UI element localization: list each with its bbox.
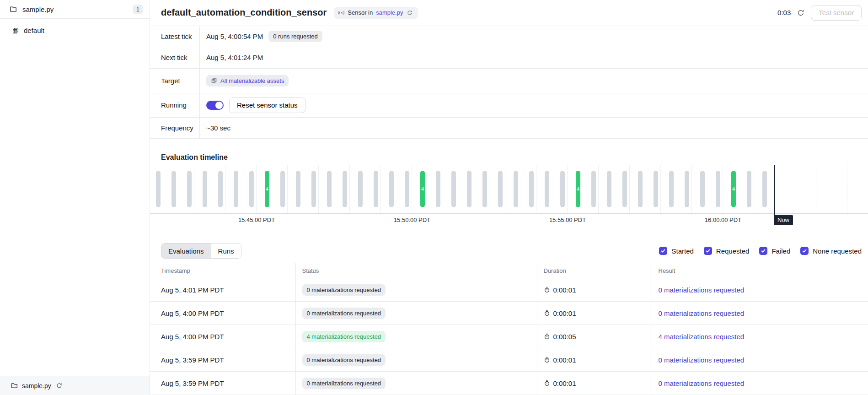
tick-bar[interactable] bbox=[249, 171, 254, 207]
detail-label: Running bbox=[150, 93, 200, 117]
timeline-gridline bbox=[474, 165, 474, 213]
reset-sensor-status-button[interactable]: Reset sensor status bbox=[229, 97, 305, 113]
tick-bar[interactable] bbox=[311, 171, 316, 207]
table-row: Aug 5, 3:59 PM PDT 0 materializations re… bbox=[150, 348, 868, 372]
tick-bar-requested[interactable]: 4 bbox=[265, 171, 269, 207]
tick-bar[interactable] bbox=[358, 171, 363, 207]
refresh-countdown: 0:03 bbox=[777, 9, 791, 16]
sidebar-item-sample-py[interactable]: sample.py 1 bbox=[0, 0, 150, 19]
axis-tick-label: 15:50:00 PDT bbox=[394, 216, 430, 223]
tick-bar[interactable] bbox=[389, 171, 394, 207]
result-link[interactable]: 0 materializations requested bbox=[659, 356, 745, 364]
tick-bar[interactable] bbox=[451, 171, 456, 207]
filter-requested[interactable]: Requested bbox=[704, 247, 750, 255]
checkbox-checked-icon bbox=[704, 247, 712, 255]
stopwatch-icon bbox=[544, 310, 550, 316]
frequency-value: ~30 sec bbox=[206, 124, 230, 132]
tick-bar[interactable] bbox=[685, 171, 689, 207]
sidebar-item-default[interactable]: default bbox=[0, 24, 150, 37]
detail-row-target: Target All materializable assets bbox=[150, 69, 868, 93]
running-toggle[interactable] bbox=[206, 101, 224, 110]
filter-none-requested[interactable]: None requested bbox=[800, 247, 862, 255]
sensor-context-text: Sensor in bbox=[348, 9, 373, 16]
tick-bar[interactable] bbox=[296, 171, 300, 207]
table-row: Aug 5, 3:59 PM PDT 0 materializations re… bbox=[150, 372, 868, 395]
code-location-link[interactable]: sample.py bbox=[376, 9, 403, 16]
tick-bar[interactable] bbox=[374, 171, 378, 207]
tick-bar[interactable] bbox=[529, 171, 534, 207]
timeline-gridline bbox=[723, 165, 723, 213]
column-status: Status bbox=[295, 263, 537, 278]
tab-runs[interactable]: Runs bbox=[211, 243, 241, 258]
detail-row-latest-tick: Latest tick Aug 5, 4:00:54 PM 0 runs req… bbox=[150, 26, 868, 47]
tick-bar[interactable] bbox=[747, 171, 751, 207]
tick-bar[interactable] bbox=[405, 171, 409, 207]
sensor-context-badge: Sensor in sample.py bbox=[334, 7, 418, 19]
timeline-gridline bbox=[194, 165, 194, 213]
result-link[interactable]: 4 materializations requested bbox=[659, 333, 745, 341]
tick-bar[interactable] bbox=[545, 171, 549, 207]
tick-bar[interactable] bbox=[234, 171, 238, 207]
target-assets-link[interactable]: All materializable assets bbox=[206, 75, 289, 87]
duration-value: 0:00:01 bbox=[553, 309, 576, 317]
status-badge: 0 materializations requested bbox=[302, 308, 386, 319]
duration-value: 0:00:01 bbox=[553, 356, 576, 364]
tick-bar[interactable] bbox=[436, 171, 440, 207]
tick-bar[interactable] bbox=[622, 171, 627, 207]
result-link[interactable]: 0 materializations requested bbox=[659, 379, 745, 387]
timeline-gridline bbox=[816, 165, 816, 213]
tick-bar-requested[interactable]: 4 bbox=[420, 171, 425, 207]
result-link[interactable]: 0 materializations requested bbox=[659, 309, 745, 317]
tick-bar[interactable] bbox=[700, 171, 705, 207]
tick-bar[interactable] bbox=[156, 171, 161, 207]
tick-bar[interactable] bbox=[669, 171, 674, 207]
tick-bar[interactable] bbox=[187, 171, 192, 207]
tick-bar[interactable] bbox=[591, 171, 596, 207]
evaluation-timeline-title: Evaluation timeline bbox=[161, 153, 868, 162]
tick-bar[interactable] bbox=[607, 171, 611, 207]
tab-evaluations[interactable]: Evaluations bbox=[161, 243, 211, 258]
timeline-gridline bbox=[505, 165, 505, 213]
page-title: default_automation_condition_sensor bbox=[161, 7, 327, 18]
timeline-gridline bbox=[691, 165, 692, 213]
asset-grid-icon bbox=[211, 77, 217, 84]
tick-bar[interactable] bbox=[280, 171, 285, 207]
tick-bar[interactable] bbox=[560, 171, 565, 207]
timeline-gridline bbox=[287, 165, 288, 213]
reload-location-icon[interactable] bbox=[55, 382, 63, 390]
tick-bar[interactable] bbox=[467, 171, 472, 207]
tick-bar[interactable] bbox=[498, 171, 503, 207]
status-filters: Started Requested Failed None requested bbox=[659, 247, 862, 255]
tick-bar[interactable] bbox=[203, 171, 207, 207]
duration-value: 0:00:01 bbox=[553, 379, 576, 387]
timeline-gridline bbox=[380, 165, 381, 213]
timeline-gridline bbox=[163, 165, 163, 213]
timeline-gridline bbox=[349, 165, 350, 213]
tick-bar[interactable] bbox=[762, 171, 767, 207]
tick-bar-requested[interactable]: 4 bbox=[731, 171, 736, 207]
tick-bar[interactable] bbox=[716, 171, 720, 207]
timeline-gridline bbox=[256, 165, 257, 213]
tick-bar[interactable] bbox=[343, 171, 347, 207]
detail-row-running: Running Reset sensor status bbox=[150, 93, 868, 118]
table-row: Aug 5, 4:01 PM PDT 0 materializations re… bbox=[150, 278, 868, 302]
refresh-icon[interactable] bbox=[796, 8, 805, 17]
checkbox-checked-icon bbox=[659, 247, 667, 255]
tick-bar[interactable] bbox=[638, 171, 643, 207]
stopwatch-icon bbox=[544, 380, 550, 386]
test-sensor-button[interactable]: Test sensor bbox=[811, 5, 862, 21]
column-result: Result bbox=[652, 263, 868, 278]
tick-bar[interactable] bbox=[327, 171, 332, 207]
tick-bar[interactable] bbox=[514, 171, 518, 207]
tick-bar[interactable] bbox=[482, 171, 487, 207]
tick-bar[interactable] bbox=[171, 171, 176, 207]
now-marker-line bbox=[774, 165, 775, 216]
filter-label: Started bbox=[671, 247, 693, 255]
tick-bar[interactable] bbox=[218, 171, 223, 207]
filter-failed[interactable]: Failed bbox=[759, 247, 790, 255]
reload-icon[interactable] bbox=[406, 9, 413, 16]
tick-bar-requested[interactable]: 4 bbox=[576, 171, 580, 207]
filter-started[interactable]: Started bbox=[659, 247, 693, 255]
result-link[interactable]: 0 materializations requested bbox=[659, 286, 745, 294]
tick-bar[interactable] bbox=[654, 171, 658, 207]
